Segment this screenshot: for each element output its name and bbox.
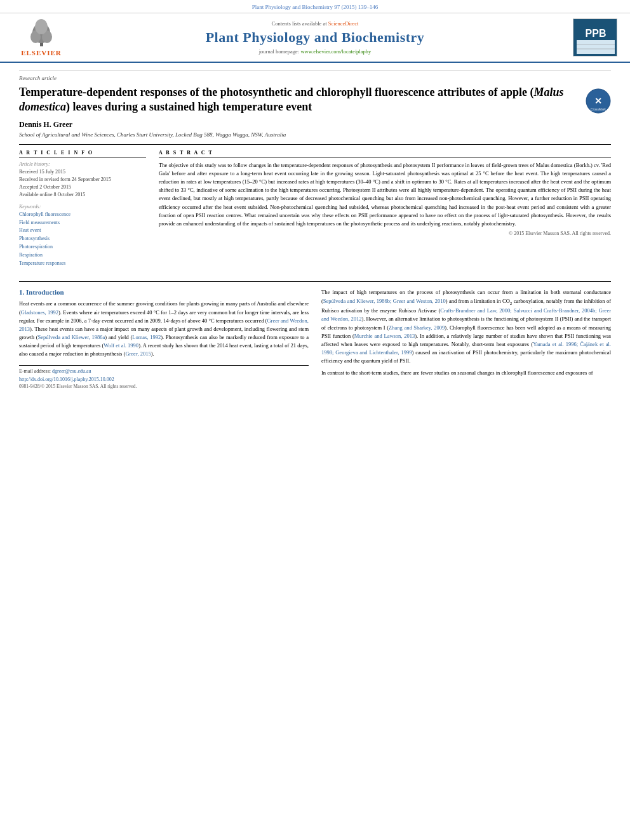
svg-point-4 <box>35 19 48 34</box>
introduction-title: 1. Introduction <box>19 288 309 296</box>
svg-text:✕: ✕ <box>594 96 602 106</box>
available-date: Available online 8 October 2015 <box>19 191 146 199</box>
journal-citation: Plant Physiology and Biochemistry 97 (20… <box>252 4 379 10</box>
article-title-section: Temperature-dependent responses of the p… <box>19 85 611 115</box>
keywords-list: Chlorophyll fluorescence Field measureme… <box>19 211 146 268</box>
article-info-header: A R T I C L E I N F O <box>19 150 146 157</box>
ref-sepulveda-kliewer[interactable]: Sepúlveda and Kliewer, 1986a <box>38 334 105 340</box>
ref-wolf[interactable]: Wolf et al. 1990 <box>104 342 138 349</box>
header-banner: ELSEVIER Contents lists available at Sci… <box>0 13 630 63</box>
ppb-logo: PPB <box>573 18 617 57</box>
keyword-2: Field measurements <box>19 219 146 227</box>
main-content: Research article Temperature-dependent r… <box>0 63 630 396</box>
ref-gladstones[interactable]: Gladstones, 1992 <box>21 309 58 316</box>
header-left: ELSEVIER <box>13 19 70 57</box>
keyword-4: Photosynthesis <box>19 235 146 243</box>
ref-murchie-lawson[interactable]: Murchie and Lawson, 2013 <box>354 333 415 339</box>
keyword-3: Heat event <box>19 227 146 235</box>
accepted-date: Accepted 2 October 2015 <box>19 183 146 191</box>
keywords-group: Keywords: Chlorophyll fluorescence Field… <box>19 204 146 268</box>
ref-greer-2015[interactable]: Greer, 2015 <box>125 350 151 357</box>
body-left-col: 1. Introduction Heat events are a common… <box>19 288 309 389</box>
received-date: Received 15 July 2015 <box>19 168 146 176</box>
copyright-line: © 2015 Elsevier Masson SAS. All rights r… <box>159 230 611 236</box>
elsevier-tree-icon <box>24 19 59 48</box>
crossmark-badge[interactable]: ✕ CrossMark <box>586 88 611 114</box>
ref-zhang-sharkey[interactable]: Zhang and Sharkey, 2009 <box>389 324 445 331</box>
author-name: Dennis H. Greer <box>19 120 611 130</box>
header-center: Contents lists available at ScienceDirec… <box>70 20 560 55</box>
keyword-6: Respiration <box>19 251 146 260</box>
body-right-col: The impact of high temperatures on the p… <box>321 288 611 389</box>
sciencedirect-link[interactable]: ScienceDirect <box>328 20 359 27</box>
article-history-group: Article history: Received 15 July 2015 R… <box>19 161 146 199</box>
body-two-col: 1. Introduction Heat events are a common… <box>19 288 611 389</box>
body-content: 1. Introduction Heat events are a common… <box>19 281 611 389</box>
footnote-email-line: E-mail address: dgreer@csu.edu.au <box>19 368 309 374</box>
journal-homepage-line: journal homepage: www.elsevier.com/locat… <box>70 48 560 55</box>
elsevier-logo: ELSEVIER <box>13 19 70 57</box>
article-title: Temperature-dependent responses of the p… <box>19 85 576 115</box>
abstract-header: A B S T R A C T <box>159 150 611 157</box>
journal-top-bar: Plant Physiology and Biochemistry 97 (20… <box>0 0 630 13</box>
intro-left-text: Heat events are a common occurrence of t… <box>19 300 309 358</box>
contents-line: Contents lists available at ScienceDirec… <box>70 20 560 27</box>
issn-line: 0981-9428/© 2015 Elsevier Masson SAS. Al… <box>19 383 309 389</box>
journal-title-banner: Plant Physiology and Biochemistry <box>70 29 560 46</box>
intro-right-text: The impact of high temperatures on the p… <box>321 288 611 377</box>
elsevier-text: ELSEVIER <box>21 49 62 57</box>
keyword-1: Chlorophyll fluorescence <box>19 211 146 219</box>
abstract-text: The objective of this study was to follo… <box>159 161 611 228</box>
footnote-area: E-mail address: dgreer@csu.edu.au http:/… <box>19 365 309 389</box>
svg-text:CrossMark: CrossMark <box>591 107 607 111</box>
ref-lomas[interactable]: Lomas, 1992 <box>132 334 161 340</box>
ref-yamada[interactable]: Yamada et al. 1996; Čajánek et al. 1998;… <box>321 341 611 356</box>
ref-greer-weedon-2013[interactable]: Greer and Weedon, 2013 <box>19 317 309 332</box>
homepage-url[interactable]: www.elsevier.com/locate/plaphy <box>300 48 371 55</box>
keyword-7: Temperature responses <box>19 260 146 268</box>
article-type-label: Research article <box>19 70 611 81</box>
page-wrapper: Plant Physiology and Biochemistry 97 (20… <box>0 0 630 396</box>
svg-rect-7 <box>577 40 615 54</box>
svg-text:PPB: PPB <box>586 28 607 39</box>
ref-sepulveda-kliewer-b[interactable]: Sepúlveda and Kliewer, 1986b; Greer and … <box>323 298 446 304</box>
revised-date: Received in revised form 24 September 20… <box>19 176 146 183</box>
article-info-col: A R T I C L E I N F O Article history: R… <box>19 150 146 273</box>
divider-1 <box>19 144 611 145</box>
ref-crafts-brandner[interactable]: Crafts-Brandner and Law, 2000; Salvucci … <box>321 307 611 322</box>
keywords-label: Keywords: <box>19 204 146 210</box>
history-label: Article history: <box>19 161 146 167</box>
info-abstract-section: A R T I C L E I N F O Article history: R… <box>19 150 611 273</box>
email-link[interactable]: dgreer@csu.edu.au <box>52 368 91 374</box>
abstract-col: A B S T R A C T The objective of this st… <box>159 150 611 273</box>
doi-line[interactable]: http://dx.doi.org/10.1016/j.plaphy.2015.… <box>19 377 309 382</box>
keyword-5: Photorespiration <box>19 243 146 251</box>
header-right: PPB <box>560 18 617 57</box>
author-affiliation: School of Agricultural and Wine Sciences… <box>19 131 611 138</box>
